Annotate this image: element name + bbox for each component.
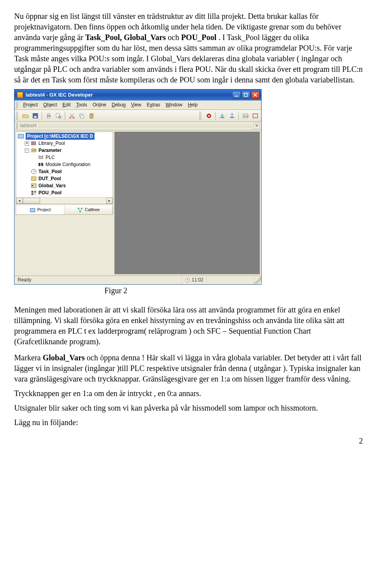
breadcrumb-bar: labtest4 ✕ — [15, 122, 261, 130]
svg-rect-6 — [48, 117, 50, 118]
clock-icon — [31, 168, 37, 175]
tab-calltree[interactable]: Calltree — [64, 205, 113, 214]
page-number: 2 — [14, 436, 363, 446]
svg-rect-3 — [34, 116, 37, 118]
menu-debug[interactable]: Debug — [109, 101, 128, 109]
gear-red-icon — [206, 113, 212, 119]
paste-button[interactable] — [87, 111, 96, 120]
p3-bold: Global_Vars — [43, 353, 85, 362]
tree-item-global-vars[interactable]: Global_Vars — [17, 182, 112, 189]
status-time: 11:02 — [182, 276, 207, 284]
scroll-thumb[interactable] — [23, 198, 40, 204]
p3-b: och öppna denna — [85, 353, 140, 362]
minimize-button[interactable] — [232, 91, 241, 99]
toolbar-grip-2 — [199, 111, 202, 120]
tree-label: Parameter — [38, 147, 62, 153]
print-preview-button[interactable] — [54, 111, 63, 120]
svg-rect-13 — [81, 115, 84, 118]
menu-edit[interactable]: Edit — [60, 101, 73, 109]
close-icon — [253, 93, 257, 97]
tree-item-parameter[interactable]: − FFP Parameter — [17, 147, 112, 154]
download-button[interactable] — [218, 111, 227, 120]
cut-button[interactable] — [67, 111, 76, 120]
tab-calltree-label: Calltree — [85, 207, 100, 213]
menu-online[interactable]: Online — [90, 101, 109, 109]
tree-root[interactable]: Project [c:\MELSEC\GX IEC D — [17, 133, 112, 140]
svg-rect-5 — [48, 113, 50, 115]
resize-grip[interactable] — [254, 277, 261, 284]
svg-rect-39 — [31, 191, 33, 193]
tree-item-dut-pool[interactable]: DUT_Pool — [17, 175, 112, 182]
download-icon — [219, 113, 225, 119]
menu-object[interactable]: Object — [41, 101, 59, 109]
editor-canvas — [114, 131, 260, 274]
menu-window[interactable]: Window — [163, 101, 185, 109]
tree-item-library-pool[interactable]: + Library_Pool — [17, 140, 112, 147]
tree-hscrollbar[interactable]: ◄ ► — [16, 197, 113, 204]
tree-item-plc[interactable]: PLC — [17, 154, 112, 161]
svg-rect-1 — [244, 93, 247, 97]
scroll-track[interactable] — [40, 197, 106, 204]
paragraph-6: Lägg nu in följande: — [14, 417, 363, 428]
crumb-close-button[interactable]: ✕ — [253, 123, 260, 129]
build-button[interactable] — [204, 111, 213, 120]
save-button[interactable] — [31, 111, 40, 120]
svg-rect-36 — [31, 177, 36, 181]
window-buttons — [232, 91, 260, 99]
globalvars-icon — [31, 183, 37, 189]
paragraph-4: Tryckknappen ger en 1:a om den är intryc… — [14, 388, 363, 399]
svg-rect-33 — [38, 163, 40, 166]
project-tab-icon — [29, 207, 36, 213]
scissors-icon — [69, 113, 75, 119]
crumb-filler — [38, 124, 252, 128]
crumb-grip — [16, 123, 18, 129]
breadcrumb-text: labtest4 — [20, 122, 37, 129]
svg-rect-18 — [220, 117, 224, 118]
pou-button-2[interactable] — [251, 111, 260, 120]
maximize-button[interactable] — [242, 91, 250, 99]
expander-minus-icon[interactable]: − — [25, 148, 29, 153]
printer-icon — [46, 113, 52, 119]
print-button[interactable] — [44, 111, 53, 120]
clipboard-icon — [88, 113, 95, 119]
copy-button[interactable] — [77, 111, 86, 120]
tree-item-pou-pool[interactable]: POU_Pool — [17, 189, 112, 196]
tree-item-module-config[interactable]: Module Configuration — [17, 161, 112, 168]
svg-rect-43 — [30, 208, 35, 212]
tree-item-task-pool[interactable]: Task_Pool — [17, 168, 112, 175]
statusbar: Ready 11:02 — [15, 276, 261, 284]
project-tree[interactable]: Project [c:\MELSEC\GX IEC D + Library_Po… — [16, 132, 113, 197]
status-time-text: 11:02 — [192, 277, 203, 283]
tree-label: Module Configuration — [46, 161, 90, 168]
upload-icon — [229, 113, 235, 119]
open-button[interactable] — [21, 111, 30, 120]
folder-open-icon — [22, 113, 29, 119]
scroll-right-button[interactable]: ► — [106, 198, 113, 204]
floppy-icon — [32, 113, 38, 119]
menu-extras[interactable]: Extras — [145, 101, 163, 109]
dut-icon — [31, 175, 37, 182]
tab-project-label: Project — [37, 207, 51, 213]
books-icon — [31, 140, 37, 146]
figure-caption: Figur 2 — [104, 285, 363, 296]
tree-label: PLC — [46, 154, 55, 161]
svg-rect-7 — [56, 113, 59, 117]
menu-project[interactable]: Project — [21, 101, 40, 109]
svg-rect-42 — [34, 193, 36, 195]
tree-root-label: Project [c:\MELSEC\GX IEC D — [26, 133, 95, 140]
side-panel-tabs: Project Calltree — [16, 205, 113, 215]
menu-view[interactable]: View — [129, 101, 144, 109]
pou-button-1[interactable]: POU — [241, 111, 250, 120]
close-button[interactable] — [251, 91, 260, 99]
minimize-icon — [234, 93, 238, 97]
toolbar-sep-1 — [42, 111, 42, 120]
tab-project[interactable]: Project — [16, 205, 64, 214]
menu-tools[interactable]: Tools — [74, 101, 90, 109]
menu-help[interactable]: Help — [185, 101, 200, 109]
scroll-left-button[interactable]: ◄ — [16, 198, 23, 204]
toolbar-grip — [16, 111, 18, 120]
svg-text:FFP: FFP — [32, 149, 36, 152]
expander-plus-icon[interactable]: + — [25, 141, 29, 146]
toolbar-sep-2 — [65, 111, 65, 120]
upload-button[interactable] — [227, 111, 236, 120]
